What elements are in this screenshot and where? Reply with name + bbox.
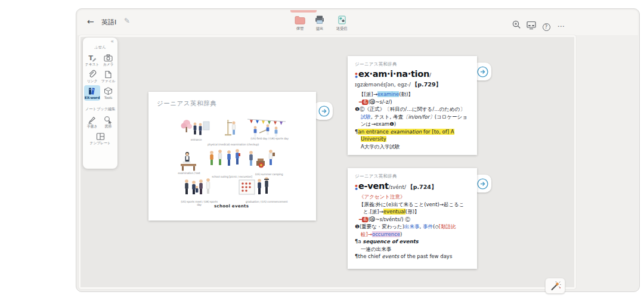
headword: e-vent [358, 181, 389, 191]
headword-line: ✱✱ex·am·i·na·tion/ɪgzæ̀mənéɪʃən, egz-/【p… [355, 70, 470, 89]
tool-label: 手書き [84, 125, 100, 129]
tool-tools[interactable]: Tools [100, 85, 116, 101]
school-events-caption: school events [214, 204, 249, 209]
tool-label: 図形 [100, 125, 116, 129]
edit-title-icon[interactable]: ✎ [124, 17, 130, 25]
tool-link[interactable]: リンク [84, 69, 100, 84]
collapse-palette-icon[interactable]: « [110, 38, 114, 44]
example-2: ¶the chief events of the past few days [355, 253, 470, 260]
dictionary-source: ジーニアス英和辞典 [157, 100, 216, 108]
zoom-icon[interactable] [510, 20, 522, 30]
submit-action-button[interactable]: 提出 [308, 14, 331, 32]
note-title: 英語Ⅰ [101, 18, 116, 27]
laser-pointer-button[interactable] [545, 278, 565, 294]
help-icon[interactable]: ? [540, 20, 552, 30]
phonetic: /ɪvént/ [389, 184, 407, 190]
part-of-speech-line: ━名(複~s/ɪvénts/) Ⓒ [355, 216, 470, 224]
svg-text:T: T [89, 54, 94, 62]
dictionary-card-event[interactable]: ジーニアス英和辞典 ✱✱e-vent/ɪvént/【p.724】 《アクセント注… [348, 168, 477, 269]
tool-label: テキスト [84, 63, 100, 67]
printer-icon [308, 14, 331, 26]
example-1: ¶an entrance examination for [to, of] A … [355, 128, 470, 143]
derived-word: eventual [383, 209, 405, 215]
palette-section-fusen: ふせん [83, 45, 117, 50]
noun-badge: 名 [362, 100, 368, 105]
accent-warning: 《アクセント注意》 [355, 193, 470, 201]
caption-field-day: (US) field day / (UK) sports day [249, 137, 290, 140]
importance-marker-icon: ✱✱ [355, 72, 358, 78]
display-icon[interactable] [525, 20, 537, 30]
example-1-translation: A大学の入学試験 [355, 143, 470, 151]
dictionary-source: ジーニアス英和辞典 [355, 61, 470, 67]
etymology-line: 【原義:外に(e)出て来ること(vent)→起こること.[派]→eventual… [355, 201, 470, 216]
tool-template[interactable]: テンプレート [88, 131, 112, 146]
page-reference: 【p.729】 [412, 81, 441, 88]
tool-exword[interactable]: EX-word [84, 85, 100, 101]
action-label: 送受信 [330, 26, 353, 32]
top-accent-bar [290, 10, 317, 13]
action-label: 提出 [308, 26, 331, 32]
derivation-line: 【[派]→examine(動)】 [355, 91, 470, 98]
headword: ex·am·i·na·tion [358, 69, 429, 79]
derived-word: examine [377, 91, 400, 97]
school-events-illustration: entrance physical (medical) examination … [177, 117, 292, 213]
app-window: ← 英語Ⅰ ✎ 保管 提出 送受信 ? [76, 8, 640, 292]
send-receive-icon [330, 14, 353, 26]
tool-text[interactable]: T テキスト [84, 52, 100, 67]
tool-file[interactable]: ファイル [100, 69, 116, 84]
tool-camera[interactable]: カメラ [100, 52, 116, 67]
headword-line: ✱✱e-vent/ɪvént/【p.724】 [355, 182, 470, 192]
tool-handwriting[interactable]: 手書き [84, 114, 100, 129]
tool-label: リンク [84, 79, 100, 83]
tool-label: テンプレート [88, 141, 112, 145]
page-reference: 【p.724】 [407, 184, 436, 190]
tool-label: ファイル [100, 79, 116, 83]
more-icon[interactable]: ⋯ [555, 20, 567, 30]
caption-camp: (US) summer camping [250, 173, 288, 176]
caption-graduation: graduation / (US) commencement [245, 200, 288, 203]
noun-badge: 名 [362, 217, 368, 222]
dictionary-source: ジーニアス英和辞典 [355, 173, 470, 179]
tool-label: EX-word [84, 96, 100, 100]
caption-sports-meet: (US) sports meet / (UK) sports day [179, 200, 219, 207]
palette-section-notebook: ノートブック編集 [83, 107, 117, 112]
caption-exam: examination / test [177, 172, 201, 175]
importance-marker-icon: ✱✱ [355, 184, 358, 190]
illustration-figures [177, 117, 292, 213]
example-1: ¶a sequence of events [355, 238, 470, 246]
sense-1: ❶(重要な・変わった)出来事, 事件(◇[類語比較]→occurrence) [355, 223, 470, 238]
caption-physical: physical (medical) examination (checkup) [197, 143, 269, 146]
wand-icon [549, 281, 561, 291]
expand-arrow-picture[interactable] [314, 102, 333, 120]
send-receive-action-button[interactable]: 送受信 [330, 14, 353, 32]
caption-entrance: entrance [182, 138, 210, 141]
example-1-translation: 一連の出来事 [355, 246, 470, 253]
part-of-speech-line: ━名(複~s/-z/) [355, 98, 470, 106]
sense-1: ❶Ⓒ《正式》〔科目の/…に関する/…のための〕試験, テスト, 考査〔in/on… [355, 105, 470, 128]
header-bar: ← 英語Ⅰ ✎ 保管 提出 送受信 ? [78, 10, 638, 35]
tool-label: カメラ [100, 63, 116, 67]
tool-palette: « ふせん T テキスト カメラ リンク ファイル EX-word [83, 38, 117, 169]
tool-shapes[interactable]: 図形 [100, 114, 116, 129]
back-button[interactable]: ← [87, 17, 94, 26]
tool-label: Tools [100, 96, 116, 100]
picture-dictionary-card[interactable]: ジーニアス英和辞典 [148, 92, 316, 221]
dictionary-card-examination[interactable]: ジーニアス英和辞典 ✱✱ex·am·i·na·tion/ɪgzæ̀mənéɪʃə… [348, 56, 477, 155]
